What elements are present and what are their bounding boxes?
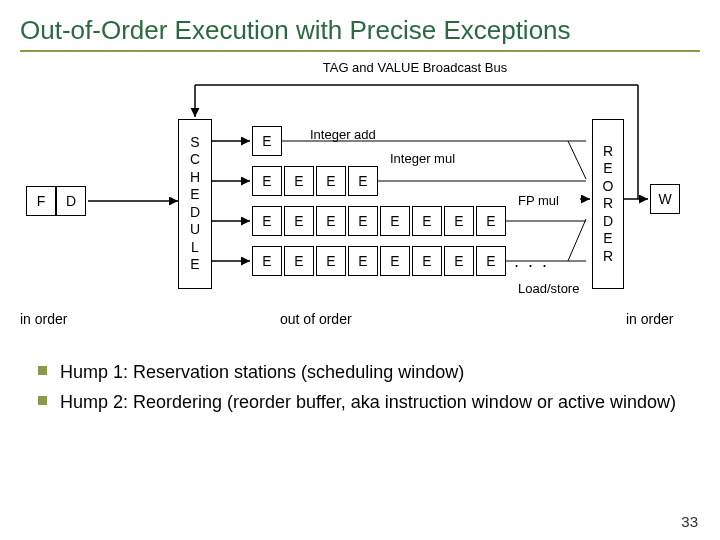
ellipsis-icon: . . . xyxy=(514,251,549,272)
reorder-letter: E xyxy=(603,230,612,248)
e-cell: E xyxy=(316,166,346,196)
e-cell: E xyxy=(252,246,282,276)
reorder-letter: O xyxy=(603,178,614,196)
e-cell: E xyxy=(252,206,282,236)
schedule-letter: E xyxy=(190,256,199,274)
phase-in-order-right: in order xyxy=(626,311,673,327)
schedule-letter: C xyxy=(190,151,200,169)
e-cell: E xyxy=(444,246,474,276)
label-load-store: Load/store xyxy=(518,281,579,296)
e-cell: E xyxy=(284,246,314,276)
schedule-letter: H xyxy=(190,169,200,187)
schedule-letter: L xyxy=(191,239,199,257)
e-cell: E xyxy=(412,246,442,276)
schedule-letter: E xyxy=(190,186,199,204)
reorder-letter: D xyxy=(603,213,613,231)
reorder-letter: R xyxy=(603,143,613,161)
label-int-add: Integer add xyxy=(310,127,376,142)
stage-f: F xyxy=(26,186,56,216)
schedule-letter: U xyxy=(190,221,200,239)
schedule-box: S C H E D U L E xyxy=(178,119,212,289)
svg-line-12 xyxy=(568,141,586,179)
reorder-letter: E xyxy=(603,160,612,178)
e-cell: E xyxy=(348,246,378,276)
e-cell: E xyxy=(476,246,506,276)
bullet-item: Hump 2: Reordering (reorder buffer, aka … xyxy=(38,389,700,415)
reorder-box: R E O R D E R xyxy=(592,119,624,289)
slide-number: 33 xyxy=(681,513,698,530)
e-cell: E xyxy=(380,206,410,236)
e-cell: E xyxy=(380,246,410,276)
e-cell: E xyxy=(252,166,282,196)
bus-label: TAG and VALUE Broadcast Bus xyxy=(130,60,700,75)
stage-w: W xyxy=(650,184,680,214)
bullet-list: Hump 1: Reservation stations (scheduling… xyxy=(38,359,700,415)
e-cell: E xyxy=(476,206,506,236)
e-cell: E xyxy=(316,246,346,276)
e-cell: E xyxy=(348,206,378,236)
stage-d: D xyxy=(56,186,86,216)
e-cell: E xyxy=(348,166,378,196)
label-int-mul: Integer mul xyxy=(390,151,455,166)
phase-out-of-order: out of order xyxy=(280,311,352,327)
e-cell: E xyxy=(252,126,282,156)
schedule-letter: D xyxy=(190,204,200,222)
e-cell: E xyxy=(444,206,474,236)
bullet-item: Hump 1: Reservation stations (scheduling… xyxy=(38,359,700,385)
schedule-letter: S xyxy=(190,134,199,152)
page-title: Out-of-Order Execution with Precise Exce… xyxy=(20,16,700,52)
e-cell: E xyxy=(412,206,442,236)
reorder-letter: R xyxy=(603,248,613,266)
e-cell: E xyxy=(316,206,346,236)
phase-in-order-left: in order xyxy=(20,311,67,327)
e-cell: E xyxy=(284,206,314,236)
svg-line-13 xyxy=(568,219,586,261)
label-fp-mul: FP mul xyxy=(518,193,559,208)
reorder-letter: R xyxy=(603,195,613,213)
pipeline-diagram: F D S C H E D U L E E Integer add E E E … xyxy=(20,79,680,339)
e-cell: E xyxy=(284,166,314,196)
